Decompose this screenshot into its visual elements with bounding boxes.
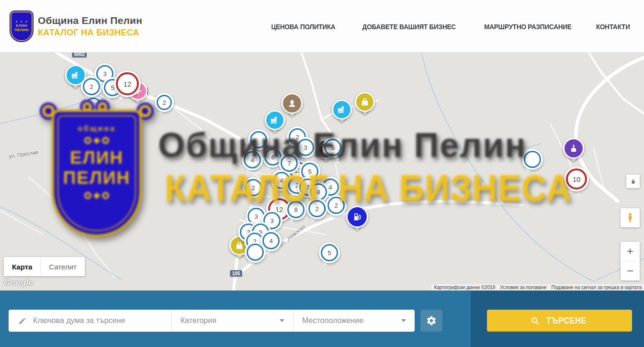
logo-text: Община Елин Пелин КАТАЛОГ НА БИЗНЕСА [38,15,146,38]
google-logo[interactable]: Google [4,278,34,288]
search-icon [531,316,540,325]
map-type-map-button[interactable]: Карта [4,257,40,276]
main-nav: ЦЕНОВА ПОЛИТИКА ДОБАВЕТЕ ВАШИЯТ БИЗНЕС М… [268,0,632,53]
location-select[interactable]: Местоположение [293,310,415,332]
zoom-out-button[interactable]: − [621,261,640,280]
nav-item-add-business[interactable]: ДОБАВЕТЕ ВАШИЯТ БИЗНЕС [362,22,456,31]
lock-icon [630,178,637,185]
chevron-down-icon [401,319,406,322]
emblem-name-line1: ЕЛИН [16,23,27,28]
search-bar: Категория Местоположение ТЪРСЕНЕ [0,291,644,347]
keyword-field-wrap [9,310,171,332]
map-controls: Карта Сателит Google Картографски данни … [0,53,644,291]
map-type-switcher: Карта Сателит [4,257,85,276]
nav-item-pricing[interactable]: ЦЕНОВА ПОЛИТИКА [271,22,336,31]
attribution-copyright: Картографски данни ©2019 [431,285,497,290]
map-type-satellite-button[interactable]: Сателит [40,257,85,276]
nav-item-contacts[interactable]: КОНТАКТИ [596,22,630,31]
pegman-icon [624,212,636,224]
attribution-report-error-link[interactable]: Подаване на сигнал за грешка в картата [549,285,644,290]
advanced-settings-button[interactable] [420,310,442,332]
street-view-pegman-button[interactable] [621,208,640,227]
header: ⚘ ⚘ ⚘ ЕЛИН ПЕЛИН Община Елин Пелин КАТАЛ… [0,0,644,53]
map-canvas[interactable]: 6002105ул. Преславбул. „Новоселции" 3251… [0,53,644,291]
municipality-emblem-icon: ⚘ ⚘ ⚘ ЕЛИН ПЕЛИН [11,11,33,41]
search-submit-button[interactable]: ТЪРСЕНЕ [487,310,632,332]
lock-button[interactable] [626,175,640,188]
location-select-value: Местоположение [302,316,363,325]
attribution-terms-link[interactable]: Условия за ползване [497,285,549,290]
search-button-label: ТЪРСЕНЕ [546,316,587,326]
gear-icon [426,315,437,326]
page: ⚘ ⚘ ⚘ ЕЛИН ПЕЛИН Община Елин Пелин КАТАЛ… [0,0,644,347]
zoom-control: + − [621,242,640,280]
zoom-in-button[interactable]: + [621,242,640,261]
category-select[interactable]: Категория [171,310,293,332]
keyword-search-input[interactable] [33,316,165,325]
pencil-icon [18,316,26,325]
site-title: Община Елин Пелин [38,15,146,26]
site-subtitle: КАТАЛОГ НА БИЗНЕСА [38,27,139,38]
site-logo[interactable]: ⚘ ⚘ ⚘ ЕЛИН ПЕЛИН Община Елин Пелин КАТАЛ… [11,11,146,41]
category-select-value: Категория [181,316,216,325]
map-attribution: Картографски данни ©2019 Условия за полз… [431,284,644,291]
emblem-name-line2: ПЕЛИН [14,28,29,32]
nav-item-bus-schedule[interactable]: МАРШРУТНО РАЗПИСАНИЕ [484,22,571,31]
chevron-down-icon [280,319,284,322]
search-fields: Категория Местоположение [9,310,415,332]
